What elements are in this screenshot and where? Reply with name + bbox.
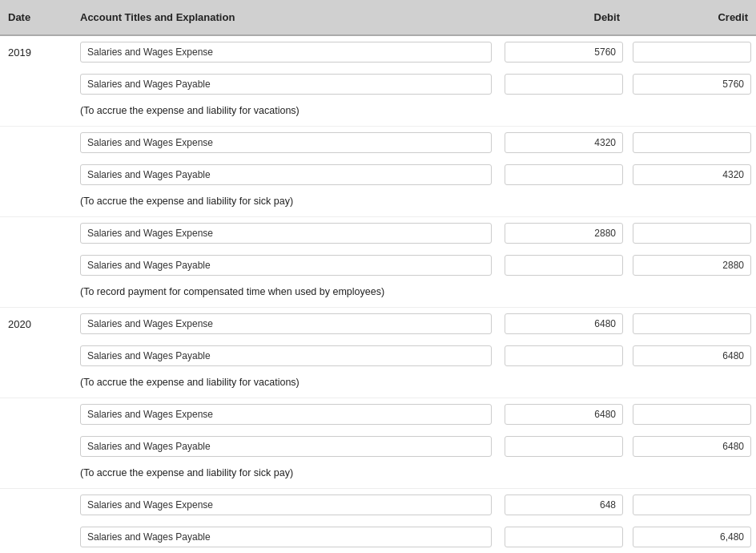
account-cell	[72, 434, 500, 459]
date-cell	[0, 139, 72, 146]
account-input[interactable]	[80, 132, 492, 153]
date-cell	[0, 81, 72, 87]
credit-cell	[628, 492, 756, 518]
description-row: (To accrue the expense and liability for…	[0, 462, 756, 488]
credit-input[interactable]	[633, 223, 751, 244]
journal-group: (To accrue the expense and liability for…	[0, 127, 756, 217]
description-text: (To record payment for compensated time …	[72, 285, 500, 301]
header-debit: Debit	[500, 6, 628, 28]
credit-input[interactable]	[633, 164, 751, 185]
account-input[interactable]	[80, 313, 492, 334]
account-cell	[72, 162, 500, 188]
date-cell	[0, 172, 72, 178]
desc-date-spacer	[0, 194, 72, 210]
debit-input[interactable]	[505, 255, 623, 276]
journal-group: (To record payment for compensated time …	[0, 217, 756, 308]
credit-input[interactable]	[633, 132, 751, 153]
account-cell	[72, 492, 500, 518]
debit-input[interactable]	[505, 164, 623, 185]
debit-cell	[500, 402, 628, 427]
account-input[interactable]	[80, 164, 492, 185]
debit-input[interactable]	[505, 527, 623, 547]
credit-cell	[628, 343, 756, 369]
debit-cell	[500, 524, 628, 550]
desc-date-spacer	[0, 375, 72, 391]
entry-row: 2019	[0, 36, 756, 68]
date-cell	[0, 230, 72, 236]
account-input[interactable]	[80, 74, 492, 95]
credit-cell	[628, 71, 756, 97]
credit-input[interactable]	[633, 436, 751, 457]
debit-cell	[500, 492, 628, 518]
header-credit: Credit	[628, 6, 756, 28]
account-input[interactable]	[80, 436, 492, 457]
credit-input[interactable]	[633, 255, 751, 276]
debit-input[interactable]	[505, 223, 623, 244]
account-cell	[72, 39, 500, 65]
debit-input[interactable]	[505, 42, 623, 63]
account-input[interactable]	[80, 345, 492, 366]
credit-cell	[628, 252, 756, 278]
description-row: (To accrue the expense and liability for…	[0, 372, 756, 398]
credit-input[interactable]	[633, 404, 751, 425]
credit-cell	[628, 220, 756, 246]
credit-input[interactable]	[633, 74, 751, 95]
credit-input[interactable]	[633, 313, 751, 334]
debit-cell	[500, 220, 628, 246]
entry-row: 2020	[0, 308, 756, 340]
account-input[interactable]	[80, 404, 492, 425]
debit-input[interactable]	[505, 404, 623, 425]
account-input[interactable]	[80, 494, 492, 515]
date-cell	[0, 262, 72, 268]
debit-input[interactable]	[505, 494, 623, 515]
account-input[interactable]	[80, 527, 492, 547]
debit-input[interactable]	[505, 345, 623, 366]
entry-row	[0, 159, 756, 191]
table-header: Date Account Titles and Explanation Debi…	[0, 0, 756, 36]
journal-table: Date Account Titles and Explanation Debi…	[0, 0, 756, 553]
credit-cell	[628, 311, 756, 337]
credit-cell	[628, 434, 756, 459]
date-cell	[0, 502, 72, 508]
entry-row	[0, 249, 756, 281]
account-input[interactable]	[80, 255, 492, 276]
debit-input[interactable]	[505, 313, 623, 334]
account-cell	[72, 130, 500, 155]
debit-cell	[500, 130, 628, 155]
account-cell	[72, 220, 500, 246]
date-cell: 2019	[0, 43, 72, 62]
credit-input[interactable]	[633, 42, 751, 63]
description-row: (To record payment for compensated time …	[0, 281, 756, 307]
entry-row	[0, 127, 756, 159]
debit-input[interactable]	[505, 132, 623, 153]
account-cell	[72, 402, 500, 427]
debit-cell	[500, 434, 628, 459]
description-row: (To accrue the expense and liability for…	[0, 100, 756, 126]
credit-cell	[628, 39, 756, 65]
account-input[interactable]	[80, 223, 492, 244]
header-date: Date	[0, 6, 72, 28]
journal-group: 2020(To accrue the expense and liability…	[0, 308, 756, 398]
credit-input[interactable]	[633, 527, 751, 547]
journal-group: 2019(To accrue the expense and liability…	[0, 36, 756, 127]
description-text: (To accrue the expense and liability for…	[72, 466, 500, 482]
account-cell	[72, 252, 500, 278]
debit-input[interactable]	[505, 436, 623, 457]
date-cell	[0, 353, 72, 359]
desc-date-spacer	[0, 103, 72, 119]
desc-date-spacer	[0, 285, 72, 301]
entry-row	[0, 521, 756, 553]
journal-body: 2019(To accrue the expense and liability…	[0, 36, 756, 553]
account-input[interactable]	[80, 42, 492, 63]
credit-input[interactable]	[633, 345, 751, 366]
credit-input[interactable]	[633, 494, 751, 515]
account-cell	[72, 71, 500, 97]
date-cell	[0, 443, 72, 450]
debit-input[interactable]	[505, 74, 623, 95]
account-cell	[72, 311, 500, 337]
debit-cell	[500, 162, 628, 188]
debit-cell	[500, 39, 628, 65]
date-cell: 2020	[0, 315, 72, 333]
journal-group	[0, 489, 756, 553]
entry-row	[0, 68, 756, 100]
